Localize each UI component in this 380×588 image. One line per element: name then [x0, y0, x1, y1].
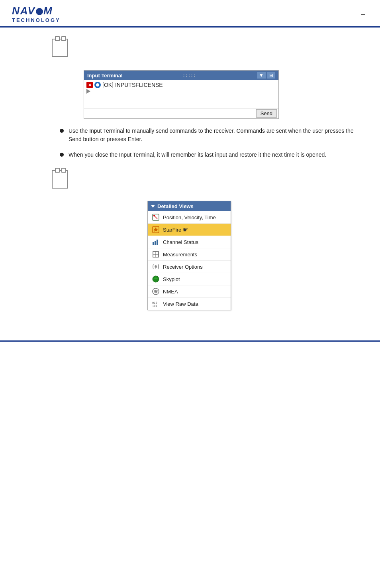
logo-technology: TECHNOLOGY: [12, 17, 61, 23]
page-content: Input Terminal ::::: ▼ ⊟ ✕ [OK] INPUTSFL…: [0, 28, 380, 324]
dv-item-channel[interactable]: Channel Status: [148, 236, 231, 248]
svg-rect-7: [157, 240, 158, 245]
terminal-input-field[interactable]: [86, 110, 256, 117]
terminal-header: Input Terminal ::::: ▼ ⊟: [84, 71, 278, 80]
channel-icon: [152, 238, 160, 246]
rawdata-icon: 010 101: [152, 300, 160, 308]
terminal-output-text: [OK] INPUTSFLICENSE: [102, 82, 163, 88]
minimize-button[interactable]: –: [358, 9, 368, 19]
dv-label-receiver: Receiver Options: [163, 264, 203, 270]
detailed-views-header: Detailed Views: [148, 201, 231, 211]
dv-label-pvt: Position, Velocity, Time: [163, 214, 216, 220]
bullet-dot-2: [60, 153, 64, 157]
detailed-views-wrapper: Detailed Views Position, Velocity, Time: [147, 201, 231, 310]
svg-text:010: 010: [152, 301, 157, 305]
bullet-dot-1: [60, 129, 64, 133]
note-icon-2: [52, 170, 68, 189]
pvt-icon: [152, 213, 160, 221]
page-header: NAVM TECHNOLOGY –: [0, 0, 380, 26]
dv-label-starfire: StarFire: [163, 227, 181, 233]
dv-item-starfire[interactable]: StarFire: [148, 224, 231, 236]
logo-gear-circle: [36, 8, 43, 15]
dv-item-measurements[interactable]: Measurements: [148, 248, 231, 261]
detailed-views-panel: Detailed Views Position, Velocity, Time: [147, 201, 231, 310]
dv-item-skyplot[interactable]: Skyplot: [148, 273, 231, 285]
svg-marker-4: [153, 227, 158, 232]
info-icon: [94, 82, 101, 88]
svg-rect-5: [153, 242, 154, 245]
starfire-icon: [152, 226, 160, 234]
svg-point-2: [153, 215, 155, 216]
bullet-item-2: When you close the Input Terminal, it wi…: [60, 151, 368, 159]
bullet-text-2: When you close the Input Terminal, it wi…: [69, 151, 326, 159]
svg-rect-6: [155, 241, 156, 245]
bullet-item-1: Use the Input Terminal to manually send …: [60, 127, 368, 144]
footer-divider: [0, 340, 380, 342]
note-icon-1: [52, 39, 68, 57]
terminal-title: Input Terminal: [87, 73, 123, 79]
receiver-icon: [152, 263, 160, 271]
bullet-text-1: Use the Input Terminal to manually send …: [69, 127, 368, 144]
dv-item-pvt[interactable]: Position, Velocity, Time: [148, 211, 231, 224]
nmea-icon: [152, 287, 160, 295]
terminal-body: ✕ [OK] INPUTSFLICENSE: [84, 80, 278, 108]
terminal-row-1: ✕ [OK] INPUTSFLICENSE: [86, 82, 276, 88]
dv-item-nmea[interactable]: NMEA: [148, 285, 231, 298]
collapse-arrow-icon[interactable]: [151, 205, 155, 208]
skyplot-icon: [152, 275, 160, 283]
svg-point-11: [155, 266, 157, 267]
dv-label-rawdata: View Raw Data: [163, 301, 198, 307]
dv-label-nmea: NMEA: [163, 289, 178, 295]
dv-label-channel: Channel Status: [163, 239, 198, 245]
terminal-send-button[interactable]: Send: [256, 109, 277, 118]
dv-label-skyplot: Skyplot: [163, 276, 180, 282]
error-icon: ✕: [86, 82, 93, 88]
input-terminal-wrapper: Input Terminal ::::: ▼ ⊟ ✕ [OK] INPUTSFL…: [84, 70, 279, 119]
detailed-views-title: Detailed Views: [157, 203, 194, 209]
terminal-minimize-btn[interactable]: ▼: [257, 72, 266, 79]
arrow-right-icon: [86, 89, 90, 94]
terminal-dots: :::::: [183, 73, 196, 78]
logo-block: NAVM TECHNOLOGY: [12, 5, 61, 23]
input-terminal: Input Terminal ::::: ▼ ⊟ ✕ [OK] INPUTSFL…: [84, 70, 279, 119]
terminal-buttons: ▼ ⊟: [257, 72, 275, 79]
terminal-restore-btn[interactable]: ⊟: [267, 72, 275, 79]
terminal-row-2: [86, 89, 276, 94]
bullet-list: Use the Input Terminal to manually send …: [60, 127, 368, 159]
svg-text:101: 101: [152, 305, 157, 308]
measurements-icon: [152, 250, 160, 258]
logo-navcom: NAVM: [12, 5, 61, 17]
dv-label-measurements: Measurements: [163, 252, 197, 258]
terminal-input-row[interactable]: Send: [84, 108, 278, 118]
dv-item-rawdata[interactable]: 010 101 View Raw Data: [148, 298, 231, 310]
svg-point-16: [155, 290, 157, 293]
dv-item-receiver[interactable]: Receiver Options: [148, 261, 231, 273]
